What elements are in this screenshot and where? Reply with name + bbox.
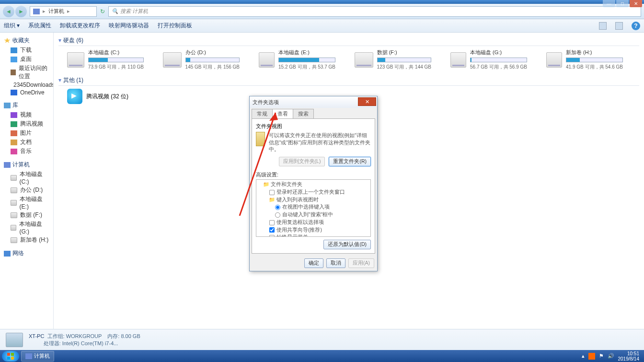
tree-item[interactable]: 始终显示菜单 <box>257 234 369 237</box>
advanced-settings-tree[interactable]: 📁 文件和文件夹登录时还原上一个文件夹窗口📁 键入到列表视图时在视图中选择键入项… <box>256 179 371 237</box>
tencent-video-icon <box>67 89 82 104</box>
cancel-button[interactable]: 取消 <box>326 258 345 268</box>
network-icon <box>4 251 11 257</box>
svg-rect-4 <box>7 357 10 360</box>
drive-name: 本地磁盘 (E:) <box>278 49 335 56</box>
tree-item[interactable]: 登录时还原上一个文件夹窗口 <box>257 188 369 196</box>
drive-stat: 56.7 GB 可用，共 56.9 GB <box>470 64 527 70</box>
sidebar-item-documents[interactable]: 文档 <box>2 138 51 147</box>
drive-icon <box>163 52 182 68</box>
tree-item[interactable]: 📁 键入到列表视图时 <box>257 196 369 204</box>
refresh-button[interactable]: ↻ <box>100 8 105 15</box>
drives-section-head[interactable]: ▾硬盘 (6) <box>58 35 639 46</box>
star-icon <box>4 38 11 44</box>
toolbar-uninstall[interactable]: 卸载或更改程序 <box>60 22 100 30</box>
drive-item[interactable]: 办公 (D:)145 GB 可用，共 156 GB <box>163 49 240 70</box>
preview-pane-button[interactable] <box>615 22 623 30</box>
sidebar-item-recent[interactable]: 最近访问的位置 <box>2 64 51 81</box>
back-button[interactable]: ◄ <box>3 6 14 17</box>
recent-icon <box>11 70 16 75</box>
reset-folders-button[interactable]: 重置文件夹(R) <box>329 157 371 166</box>
drive-stat: 15.2 GB 可用，共 53.7 GB <box>278 64 335 70</box>
sidebar-drive-g[interactable]: 本地磁盘 (G:) <box>2 220 51 235</box>
svg-rect-5 <box>11 357 14 360</box>
tab-general[interactable]: 常规 <box>252 109 273 118</box>
other-section-head[interactable]: ▾其他 (1) <box>58 75 639 86</box>
tray-volume-icon[interactable]: 🔊 <box>608 353 614 359</box>
help-button[interactable]: ? <box>632 22 640 30</box>
taskbar-clock[interactable]: 10:51 2019/8/14 <box>618 351 640 362</box>
apply-button: 应用(A) <box>348 258 374 268</box>
sidebar-computer-head[interactable]: 计算机 <box>2 160 51 170</box>
document-icon <box>11 140 17 145</box>
sidebar-network-head[interactable]: 网络 <box>2 248 51 258</box>
tree-item[interactable]: 在视图中选择键入项 <box>257 203 369 211</box>
search-input[interactable]: 🔍 搜索 计算机 <box>108 6 641 17</box>
tencent-icon <box>11 121 17 127</box>
tray-flag-icon[interactable]: ⚑ <box>599 353 604 359</box>
toolbar-mapdrive[interactable]: 映射网络驱动器 <box>109 22 149 30</box>
drive-icon <box>450 52 466 68</box>
restore-defaults-button[interactable]: 还原为默认值(D) <box>323 240 371 249</box>
sidebar-drive-d[interactable]: 办公 (D:) <box>2 186 51 195</box>
video-icon <box>11 112 17 118</box>
drive-usage-bar <box>470 58 527 62</box>
drive-icon <box>11 175 17 181</box>
folder-options-dialog: 文件夹选项 ✕ 常规 查看 搜索 文件夹视图 可以将该文件夹正在使用的视图(例如… <box>249 96 378 271</box>
drive-item[interactable]: 本地磁盘 (C:)73.9 GB 可用，共 110 GB <box>67 49 144 70</box>
forward-button[interactable]: ► <box>15 6 27 17</box>
sidebar-drive-h[interactable]: 新加卷 (H:) <box>2 235 51 245</box>
sidebar-favorites-head[interactable]: 收藏夹 <box>2 35 51 46</box>
sidebar-item-videos[interactable]: 视频 <box>2 110 51 119</box>
breadcrumb-item[interactable]: 计算机 <box>48 8 64 15</box>
sidebar-item-desktop[interactable]: 桌面 <box>2 55 51 64</box>
tab-search[interactable]: 搜索 <box>293 109 314 118</box>
view-button[interactable] <box>599 22 607 30</box>
start-button[interactable] <box>2 351 19 362</box>
drive-name: 新加卷 (H:) <box>566 49 623 56</box>
minimize-button[interactable]: — <box>603 0 615 7</box>
sidebar-item-onedrive[interactable]: OneDrive <box>2 89 51 96</box>
drive-stat: 41.9 GB 可用，共 54.6 GB <box>566 64 623 70</box>
sidebar-item-downloads[interactable]: 下载 <box>2 46 51 55</box>
toolbar-organize[interactable]: 组织 ▾ <box>4 22 20 30</box>
sidebar-item-pictures[interactable]: 图片 <box>2 128 51 138</box>
dialog-close-button[interactable]: ✕ <box>358 97 376 106</box>
picture-icon <box>11 130 17 136</box>
details-name: XT-PC <box>29 333 44 339</box>
drive-item[interactable]: 本地磁盘 (E:)15.2 GB 可用，共 53.7 GB <box>259 49 335 70</box>
sidebar-libraries-head[interactable]: 库 <box>2 100 51 110</box>
tray-expand-icon[interactable]: ▴ <box>582 353 585 359</box>
tree-item[interactable]: 使用共享向导(推荐) <box>257 226 369 234</box>
drive-item[interactable]: 本地磁盘 (G:)56.7 GB 可用，共 56.9 GB <box>450 49 527 70</box>
drive-item[interactable]: 数据 (F:)123 GB 可用，共 144 GB <box>355 49 431 70</box>
drive-usage-bar <box>566 58 623 62</box>
sidebar-drive-c[interactable]: 本地磁盘 (C:) <box>2 170 51 186</box>
drive-usage-bar <box>185 58 240 62</box>
close-button[interactable]: ✕ <box>630 0 642 7</box>
tree-item[interactable]: 自动键入到"搜索"框中 <box>257 211 369 219</box>
sidebar-item-tencent[interactable]: 腾讯视频 <box>2 119 51 128</box>
tray-sogou-icon[interactable] <box>588 353 595 360</box>
dialog-title: 文件夹选项 ✕ <box>250 96 377 108</box>
drive-icon <box>546 52 562 68</box>
drive-item[interactable]: 新加卷 (H:)41.9 GB 可用，共 54.6 GB <box>546 49 623 70</box>
breadcrumb[interactable]: ▸ 计算机 ▸ <box>30 6 97 17</box>
tree-item[interactable]: 使用复选框以选择项 <box>257 219 369 226</box>
sidebar-drive-f[interactable]: 数据 (F:) <box>2 210 51 220</box>
sidebar-drive-e[interactable]: 本地磁盘 (E:) <box>2 195 51 210</box>
tree-item[interactable]: 📁 文件和文件夹 <box>257 181 369 188</box>
drive-name: 数据 (F:) <box>377 49 431 56</box>
tab-view[interactable]: 查看 <box>272 109 293 118</box>
search-icon: 🔍 <box>112 8 118 14</box>
music-icon <box>11 149 17 154</box>
toolbar-sysprops[interactable]: 系统属性 <box>28 22 51 30</box>
ok-button[interactable]: 确定 <box>304 258 323 268</box>
toolbar-controlpanel[interactable]: 打开控制面板 <box>158 22 192 30</box>
computer-large-icon <box>6 333 23 347</box>
drive-icon <box>11 225 16 231</box>
maximize-button[interactable]: □ <box>616 0 629 7</box>
sidebar-item-2345[interactable]: 2345Downloads <box>2 81 51 89</box>
sidebar-item-music[interactable]: 音乐 <box>2 147 51 156</box>
taskbar-task-explorer[interactable]: 计算机 <box>21 351 54 362</box>
